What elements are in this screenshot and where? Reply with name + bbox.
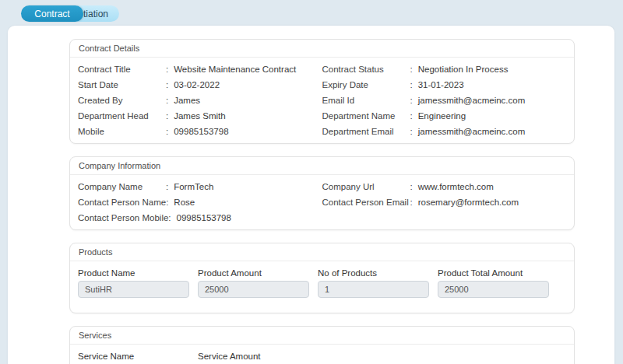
field-colon: [166, 194, 168, 210]
field-label: Mobile: [78, 124, 166, 139]
field-value: 09985153798: [177, 210, 231, 226]
field-colon: [166, 108, 168, 124]
field-company-url: Company Urlwww.formtech.com: [322, 179, 567, 194]
field-value: 03-02-2022: [174, 77, 220, 93]
contract-view-page: { "tabs": { "contract": { "label": "Cont…: [0, 0, 623, 364]
field-start-date: Start Date03-02-2022: [78, 77, 322, 93]
field-colon: [410, 61, 413, 77]
content-panel: Contract Details Contract TitleWebsite M…: [8, 26, 614, 364]
field-department-name: Department NameEngineering: [322, 108, 567, 124]
field-label: Email Id: [322, 93, 410, 108]
contract-details-grid: Contract TitleWebsite Maintenance Contra…: [70, 58, 574, 143]
services-grid: Service Name Service Amount: [70, 345, 574, 364]
field-department-head: Department HeadJames Smith: [78, 108, 322, 124]
field-expiry-date: Expiry Date31-01-2023: [322, 77, 567, 93]
section-title: Contract Details: [70, 40, 574, 58]
field-label: Company Url: [322, 179, 410, 194]
field-colon: [410, 194, 413, 210]
tab-contract[interactable]: Contract: [21, 5, 83, 22]
field-contact-person-email: Contact Person Emailrosemary@formtech.co…: [322, 194, 567, 210]
field-colon: [168, 210, 171, 226]
no-of-products-input: [318, 281, 429, 298]
field-colon: [410, 179, 413, 194]
section-services: Services Service Name Service Amount: [69, 326, 575, 364]
field-colon: [410, 77, 413, 93]
field-colon: [410, 93, 413, 108]
field-label: Department Head: [78, 108, 166, 124]
tab-bar: Negotiation Contract: [0, 0, 623, 26]
field-contract-status: Contract StatusNegotiation In Process: [322, 61, 567, 77]
field-company-name: Company NameFormTech: [78, 179, 322, 194]
field-contract-title: Contract TitleWebsite Maintenance Contra…: [78, 61, 322, 77]
cards-wrapper: Contract Details Contract TitleWebsite M…: [8, 26, 614, 364]
no-of-products-field: No of Products: [318, 268, 429, 298]
section-company-information: Company Information Company NameFormTech…: [69, 156, 575, 230]
company-information-grid: Company NameFormTech Company Urlwww.form…: [70, 175, 574, 229]
product-name-field: Product Name: [78, 268, 189, 298]
field-contact-person-name: Contact Person NameRose: [78, 194, 322, 210]
field-value: 09985153798: [174, 124, 228, 139]
section-title: Products: [70, 243, 574, 261]
product-name-input: [78, 281, 189, 298]
no-of-products-label: No of Products: [318, 268, 429, 278]
product-total-amount-input: [438, 281, 549, 298]
field-label: Start Date: [78, 77, 166, 93]
field-value: James Smith: [174, 108, 225, 124]
field-colon: [166, 61, 168, 77]
field-label: Expiry Date: [322, 77, 410, 93]
service-name-field: Service Name: [78, 352, 189, 364]
field-label: Contact Person Email: [322, 194, 410, 210]
field-colon: [166, 124, 168, 139]
field-colon: [410, 124, 413, 139]
field-label: Contract Title: [78, 61, 166, 77]
field-label: Company Name: [78, 179, 166, 194]
section-title: Company Information: [70, 157, 574, 175]
field-value: Negotiation In Process: [418, 61, 509, 77]
field-label: Contact Person Name: [78, 194, 166, 210]
field-contact-person-mobile: Contact Person Mobile09985153798: [78, 210, 322, 226]
section-contract-details: Contract Details Contract TitleWebsite M…: [69, 39, 575, 144]
section-title: Services: [70, 327, 574, 345]
products-grid: Product Name Product Amount No of Produc…: [70, 261, 574, 313]
service-amount-label: Service Amount: [198, 352, 309, 361]
field-value: www.formtech.com: [418, 179, 494, 194]
field-value: Engineering: [418, 108, 466, 124]
field-value: rosemary@formtech.com: [418, 194, 519, 210]
field-value: jamessmith@acmeinc.com: [418, 93, 526, 108]
product-amount-field: Product Amount: [198, 268, 309, 298]
field-colon: [166, 77, 168, 93]
field-label: Department Name: [322, 108, 410, 124]
service-name-label: Service Name: [78, 352, 189, 361]
field-colon: [166, 179, 168, 194]
field-created-by: Created ByJames: [78, 93, 322, 108]
field-value: Rose: [174, 194, 195, 210]
field-value: jamessmith@acmeinc.com: [418, 124, 526, 139]
field-value: James: [174, 93, 200, 108]
field-colon: [166, 93, 168, 108]
field-value: 31-01-2023: [418, 77, 464, 93]
field-value: FormTech: [174, 179, 213, 194]
field-colon: [410, 108, 413, 124]
field-label: Contact Person Mobile: [78, 210, 168, 226]
field-label: Created By: [78, 93, 166, 108]
product-amount-input: [198, 281, 309, 298]
product-amount-label: Product Amount: [198, 268, 309, 278]
section-products: Products Product Name Product Amount No …: [69, 243, 575, 313]
service-amount-field: Service Amount: [198, 352, 309, 364]
field-department-email: Department Emailjamessmith@acmeinc.com: [322, 124, 567, 139]
field-value: Website Maintenance Contract: [174, 61, 296, 77]
field-label: Department Email: [322, 124, 410, 139]
product-name-label: Product Name: [78, 268, 189, 278]
product-total-amount-field: Product Total Amount: [438, 268, 549, 298]
field-mobile: Mobile09985153798: [78, 124, 322, 139]
field-label: Contract Status: [322, 61, 410, 77]
field-email-id: Email Idjamessmith@acmeinc.com: [322, 93, 567, 108]
tab-contract-label: Contract: [34, 9, 69, 19]
product-total-amount-label: Product Total Amount: [438, 268, 549, 278]
